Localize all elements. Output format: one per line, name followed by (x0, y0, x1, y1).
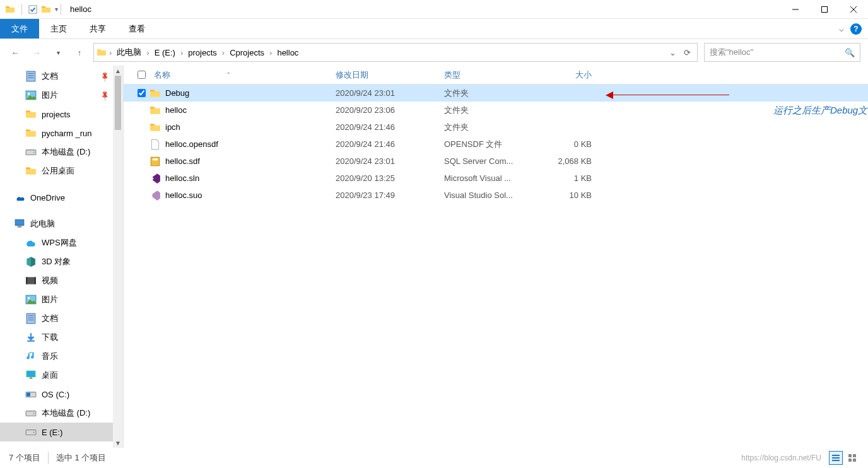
file-date: 2020/9/24 23:01 (336, 156, 444, 166)
sidebar-item[interactable]: 本地磁盘 (D:) (0, 404, 123, 423)
forward-button[interactable]: → (29, 45, 44, 60)
breadcrumb-item[interactable]: Cprojects (226, 44, 268, 61)
column-type[interactable]: 类型 (444, 69, 542, 81)
details-view-button[interactable] (829, 451, 843, 465)
sidebar-item[interactable]: 公用桌面 (0, 161, 123, 180)
file-row[interactable]: Debug2020/9/24 23:01文件夹 (124, 85, 868, 102)
help-button[interactable]: ? (850, 23, 862, 35)
file-row[interactable]: helloc.opensdf2020/9/24 21:46OPENSDF 文件0… (124, 136, 868, 153)
ribbon-expand-icon[interactable]: ⌵ (839, 24, 844, 33)
file-row[interactable]: ipch2020/9/24 21:46文件夹 (124, 119, 868, 136)
file-row[interactable]: helloc2020/9/20 23:06文件夹 (124, 102, 868, 119)
titlebar: ▾ helloc (0, 0, 868, 19)
svg-rect-2 (822, 6, 828, 12)
sidebar-item[interactable]: 桌面 (0, 366, 123, 385)
close-button[interactable] (839, 0, 868, 19)
breadcrumb-item[interactable]: projects (184, 44, 221, 61)
breadcrumb-item[interactable]: E (E:) (151, 44, 179, 61)
recent-dropdown[interactable]: ▾ (50, 45, 66, 60)
sidebar-item[interactable]: 本地磁盘 (D:) (0, 143, 123, 161)
sidebar-item[interactable]: 音乐 (0, 347, 123, 366)
sidebar-item[interactable]: E (E:) (0, 423, 123, 442)
svg-rect-40 (848, 459, 852, 462)
sidebar-item[interactable]: 图片 (0, 290, 123, 309)
maximize-button[interactable] (810, 0, 839, 19)
sdf-icon (149, 156, 161, 167)
select-all-checkbox[interactable] (134, 71, 149, 79)
sidebar-item-label: OneDrive (30, 193, 65, 202)
breadcrumb-item[interactable]: 此电脑 (113, 44, 145, 61)
chevron-right-icon[interactable]: › (268, 48, 273, 57)
scroll-thumb[interactable] (115, 76, 121, 130)
sidebar-item[interactable]: 文档 (0, 67, 123, 86)
arrow-icon (609, 95, 729, 95)
qat-check-icon[interactable] (28, 5, 37, 14)
svg-rect-0 (29, 5, 37, 13)
sidebar-item[interactable]: 3D 对象 (0, 252, 123, 271)
search-icon: 🔍 (845, 48, 855, 57)
svg-rect-35 (832, 455, 840, 456)
refresh-button[interactable]: ⟳ (680, 48, 695, 57)
tab-file[interactable]: 文件 (0, 19, 39, 38)
sidebar-item[interactable]: 视频 (0, 271, 123, 290)
separator (48, 452, 49, 464)
file-row[interactable]: helloc.sln2020/9/20 13:25Microsoft Visua… (124, 170, 868, 187)
thumbnails-view-button[interactable] (845, 451, 859, 465)
chevron-right-icon[interactable]: › (221, 48, 226, 57)
search-box[interactable]: 搜索"helloc" 🔍 (704, 43, 860, 62)
scroll-up-icon[interactable]: ▲ (113, 66, 123, 76)
file-type: Microsoft Visual ... (444, 173, 542, 183)
chevron-right-icon[interactable]: › (145, 48, 150, 57)
file-type: 文件夹 (444, 122, 542, 133)
music-icon (25, 351, 37, 362)
sidebar-item-label: 文档 (42, 313, 58, 324)
up-button[interactable]: ↑ (72, 45, 87, 60)
sidebar-item[interactable]: 文档 (0, 309, 123, 328)
sidebar-item[interactable]: 图片 (0, 86, 123, 105)
tab-share[interactable]: 共享 (78, 19, 117, 38)
tab-home[interactable]: 主页 (39, 19, 78, 38)
svg-rect-38 (848, 454, 852, 457)
file-size: 2,068 KB (542, 156, 599, 166)
column-date[interactable]: 修改日期 (336, 69, 444, 81)
svg-rect-24 (27, 341, 34, 342)
chevron-right-icon[interactable]: › (108, 48, 113, 57)
file-row[interactable]: helloc.suo2020/9/23 17:49Visual Studio S… (124, 187, 868, 204)
sidebar-scrollbar[interactable]: ▲ ▼ (113, 66, 123, 448)
column-size[interactable]: 大小 (542, 69, 599, 81)
sidebar-item-label: 图片 (42, 294, 58, 305)
sidebar-item[interactable]: OS (C:) (0, 385, 123, 404)
svg-rect-20 (26, 313, 35, 324)
svg-point-30 (33, 412, 34, 414)
file-type: SQL Server Com... (444, 156, 542, 166)
file-name: helloc.opensdf (161, 139, 336, 149)
sidebar-onedrive[interactable]: OneDrive (0, 188, 123, 207)
address-dropdown[interactable]: ⌄ (666, 48, 680, 57)
scroll-down-icon[interactable]: ▼ (113, 438, 123, 448)
sidebar-item[interactable]: WPS网盘 (0, 233, 123, 252)
file-row[interactable]: helloc.sdf2020/9/24 23:01SQL Server Com.… (124, 153, 868, 170)
breadcrumb-item[interactable]: helloc (273, 44, 302, 61)
file-date: 2020/9/23 17:49 (336, 190, 444, 200)
address-bar[interactable]: › 此电脑 › E (E:) › projects › Cprojects › … (93, 43, 698, 62)
column-name[interactable]: 名称⌃ (149, 69, 336, 81)
file-size: 10 KB (542, 190, 599, 200)
folder-icon[interactable] (41, 4, 51, 15)
status-item-count: 7 个项目 (9, 452, 40, 464)
sidebar-item-label: 音乐 (42, 351, 58, 362)
sidebar-item[interactable]: projects (0, 105, 123, 124)
wps-icon (25, 237, 37, 249)
svg-rect-28 (26, 393, 30, 397)
sidebar-thispc[interactable]: 此电脑 (0, 214, 123, 233)
row-checkbox[interactable] (134, 89, 149, 97)
back-button[interactable]: ← (8, 45, 23, 60)
status-selection: 选中 1 个项目 (56, 452, 106, 464)
tab-view[interactable]: 查看 (117, 19, 156, 38)
sidebar-item[interactable]: pycharm _run (0, 124, 123, 143)
sidebar-item[interactable]: 下载 (0, 328, 123, 347)
minimize-button[interactable] (781, 0, 810, 19)
qat-dropdown-icon[interactable]: ▾ (55, 6, 58, 13)
svg-point-32 (33, 431, 34, 433)
chevron-right-icon[interactable]: › (179, 48, 184, 57)
desktop-icon (25, 370, 37, 381)
